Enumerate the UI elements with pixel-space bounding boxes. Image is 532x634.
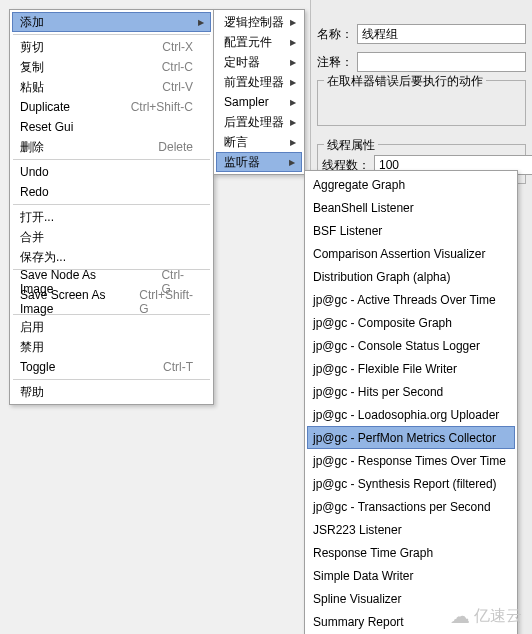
menu-item[interactable]: jp@gc - Transactions per Second bbox=[307, 495, 515, 518]
menu-item[interactable]: Comparison Assertion Visualizer bbox=[307, 242, 515, 265]
menu-item-label: BSF Listener bbox=[313, 224, 382, 238]
menu-item[interactable]: 监听器 bbox=[216, 152, 302, 172]
menu-item[interactable]: Simple Data Writer bbox=[307, 564, 515, 587]
menu-item-label: 断言 bbox=[224, 134, 248, 151]
menu-item-shortcut: Ctrl+Shift-G bbox=[109, 288, 205, 316]
menu-item-label: 复制 bbox=[20, 59, 44, 76]
menu-item[interactable]: jp@gc - Active Threads Over Time bbox=[307, 288, 515, 311]
menu-item[interactable]: 启用 bbox=[12, 317, 211, 337]
menu-item-label: 逻辑控制器 bbox=[224, 14, 284, 31]
menu-item-label: jp@gc - Synthesis Report (filtered) bbox=[313, 477, 497, 491]
menu-item-label: 添加 bbox=[20, 14, 44, 31]
context-menu: 添加剪切Ctrl-X复制Ctrl-C粘贴Ctrl-VDuplicateCtrl+… bbox=[9, 9, 214, 405]
menu-item-label: jp@gc - Transactions per Second bbox=[313, 500, 491, 514]
menu-item[interactable]: jp@gc - Hits per Second bbox=[307, 380, 515, 403]
menu-item[interactable]: 复制Ctrl-C bbox=[12, 57, 211, 77]
menu-item[interactable]: jp@gc - Console Status Logger bbox=[307, 334, 515, 357]
menu-item-label: 定时器 bbox=[224, 54, 260, 71]
menu-item-label: jp@gc - Console Status Logger bbox=[313, 339, 480, 353]
menu-item-label: 前置处理器 bbox=[224, 74, 284, 91]
menu-item-label: 配置元件 bbox=[224, 34, 272, 51]
menu-item[interactable]: 后置处理器 bbox=[216, 112, 302, 132]
menu-item[interactable]: jp@gc - Composite Graph bbox=[307, 311, 515, 334]
menu-item[interactable]: jp@gc - PerfMon Metrics Collector bbox=[307, 426, 515, 449]
menu-item[interactable]: Reset Gui bbox=[12, 117, 211, 137]
menu-item[interactable]: 前置处理器 bbox=[216, 72, 302, 92]
menu-item[interactable]: DuplicateCtrl+Shift-C bbox=[12, 97, 211, 117]
menu-item-shortcut: Ctrl-C bbox=[132, 60, 205, 74]
menu-item-label: jp@gc - Active Threads Over Time bbox=[313, 293, 496, 307]
menu-item-label: Simple Data Writer bbox=[313, 569, 413, 583]
menu-item-label: Comparison Assertion Visualizer bbox=[313, 247, 486, 261]
menu-item-label: jp@gc - Response Times Over Time bbox=[313, 454, 506, 468]
menu-item-label: Duplicate bbox=[20, 100, 70, 114]
menu-item-label: Toggle bbox=[20, 360, 55, 374]
menu-item[interactable]: 配置元件 bbox=[216, 32, 302, 52]
menu-item-label: Response Time Graph bbox=[313, 546, 433, 560]
menu-item[interactable]: 添加 bbox=[12, 12, 211, 32]
menu-item[interactable]: 帮助 bbox=[12, 382, 211, 402]
menu-item-label: 删除 bbox=[20, 139, 44, 156]
sampler-error-fieldset: 在取样器错误后要执行的动作 bbox=[317, 80, 526, 126]
menu-item-shortcut: Ctrl-V bbox=[132, 80, 205, 94]
menu-item[interactable]: BSF Listener bbox=[307, 219, 515, 242]
menu-item[interactable]: 断言 bbox=[216, 132, 302, 152]
menu-item-shortcut: Ctrl-X bbox=[132, 40, 205, 54]
menu-item[interactable]: ToggleCtrl-T bbox=[12, 357, 211, 377]
menu-item-label: 打开... bbox=[20, 209, 54, 226]
menu-item-label: Redo bbox=[20, 185, 49, 199]
watermark: ☁ 亿速云 bbox=[450, 604, 522, 628]
menu-item[interactable]: 禁用 bbox=[12, 337, 211, 357]
menu-item[interactable]: JSR223 Listener bbox=[307, 518, 515, 541]
menu-item[interactable]: BeanShell Listener bbox=[307, 196, 515, 219]
comment-field[interactable] bbox=[357, 52, 526, 72]
menu-item-label: jp@gc - Loadosophia.org Uploader bbox=[313, 408, 499, 422]
menu-item-label: Aggregate Graph bbox=[313, 178, 405, 192]
menu-item[interactable]: 打开... bbox=[12, 207, 211, 227]
menu-item-label: jp@gc - Flexible File Writer bbox=[313, 362, 457, 376]
menu-item-label: Distribution Graph (alpha) bbox=[313, 270, 450, 284]
menu-item[interactable]: 删除Delete bbox=[12, 137, 211, 157]
menu-item[interactable]: 定时器 bbox=[216, 52, 302, 72]
menu-item-label: 剪切 bbox=[20, 39, 44, 56]
thread-props-legend: 线程属性 bbox=[324, 137, 378, 154]
menu-item-label: 帮助 bbox=[20, 384, 44, 401]
menu-item[interactable]: 剪切Ctrl-X bbox=[12, 37, 211, 57]
menu-item-shortcut: Delete bbox=[128, 140, 205, 154]
menu-item-label: 启用 bbox=[20, 319, 44, 336]
menu-item[interactable]: 保存为... bbox=[12, 247, 211, 267]
cloud-icon: ☁ bbox=[450, 604, 470, 628]
menu-item[interactable]: 逻辑控制器 bbox=[216, 12, 302, 32]
menu-item-shortcut: Ctrl+Shift-C bbox=[101, 100, 205, 114]
menu-item[interactable]: Redo bbox=[12, 182, 211, 202]
menu-item-label: 后置处理器 bbox=[224, 114, 284, 131]
menu-item[interactable]: jp@gc - Flexible File Writer bbox=[307, 357, 515, 380]
menu-item-label: 监听器 bbox=[224, 154, 260, 171]
menu-item-label: JSR223 Listener bbox=[313, 523, 402, 537]
listener-submenu: Aggregate GraphBeanShell ListenerBSF Lis… bbox=[304, 170, 518, 634]
menu-item[interactable]: Response Time Graph bbox=[307, 541, 515, 564]
menu-item[interactable]: jp@gc - Synthesis Report (filtered) bbox=[307, 472, 515, 495]
menu-item[interactable]: 合并 bbox=[12, 227, 211, 247]
menu-item[interactable]: Undo bbox=[12, 162, 211, 182]
menu-item-label: Reset Gui bbox=[20, 120, 73, 134]
menu-item[interactable]: Save Screen As ImageCtrl+Shift-G bbox=[12, 292, 211, 312]
menu-item[interactable]: Sampler bbox=[216, 92, 302, 112]
menu-item-label: 合并 bbox=[20, 229, 44, 246]
menu-item[interactable]: 粘贴Ctrl-V bbox=[12, 77, 211, 97]
menu-item-label: jp@gc - PerfMon Metrics Collector bbox=[313, 431, 496, 445]
name-field[interactable] bbox=[357, 24, 526, 44]
menu-item-shortcut: Ctrl-T bbox=[133, 360, 205, 374]
menu-item-label: Spline Visualizer bbox=[313, 592, 402, 606]
menu-separator bbox=[13, 379, 210, 380]
watermark-text: 亿速云 bbox=[474, 606, 522, 627]
add-submenu: 逻辑控制器配置元件定时器前置处理器Sampler后置处理器断言监听器 bbox=[213, 9, 305, 175]
menu-item-label: BeanShell Listener bbox=[313, 201, 414, 215]
menu-item[interactable]: Distribution Graph (alpha) bbox=[307, 265, 515, 288]
menu-item[interactable]: Aggregate Graph bbox=[307, 173, 515, 196]
menu-item[interactable]: jp@gc - Loadosophia.org Uploader bbox=[307, 403, 515, 426]
menu-item-label: jp@gc - Composite Graph bbox=[313, 316, 452, 330]
name-label: 名称： bbox=[317, 26, 353, 43]
menu-item[interactable]: jp@gc - Response Times Over Time bbox=[307, 449, 515, 472]
menu-separator bbox=[13, 34, 210, 35]
